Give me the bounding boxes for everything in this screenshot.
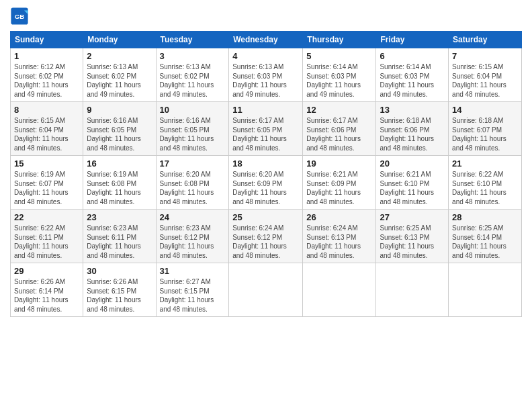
- calendar-cell: [376, 263, 449, 317]
- day-number: 19: [306, 158, 372, 169]
- svg-text:GB: GB: [15, 13, 25, 20]
- day-info: Sunrise: 6:24 AMSunset: 6:12 PMDaylight:…: [232, 224, 299, 260]
- day-info: Sunrise: 6:16 AMSunset: 6:05 PMDaylight:…: [160, 116, 226, 152]
- day-number: 15: [14, 158, 79, 169]
- col-header-thursday: Thursday: [303, 32, 376, 48]
- calendar-cell: 6Sunrise: 6:14 AMSunset: 6:03 PMDaylight…: [376, 48, 449, 102]
- calendar-cell: 25Sunrise: 6:24 AMSunset: 6:12 PMDayligh…: [229, 210, 303, 263]
- logo-icon: GB: [10, 7, 29, 26]
- col-header-sunday: Sunday: [11, 32, 83, 48]
- day-number: 27: [380, 212, 445, 222]
- day-number: 23: [87, 212, 152, 222]
- day-info: Sunrise: 6:13 AMSunset: 6:03 PMDaylight:…: [232, 62, 299, 99]
- day-number: 18: [232, 158, 299, 169]
- col-header-tuesday: Tuesday: [156, 32, 229, 48]
- day-number: 10: [160, 105, 226, 115]
- day-number: 26: [306, 212, 372, 222]
- day-info: Sunrise: 6:22 AMSunset: 6:11 PMDaylight:…: [14, 224, 79, 260]
- day-number: 29: [14, 266, 79, 276]
- day-number: 14: [452, 105, 518, 115]
- day-info: Sunrise: 6:14 AMSunset: 6:03 PMDaylight:…: [306, 62, 372, 99]
- day-info: Sunrise: 6:25 AMSunset: 6:13 PMDaylight:…: [380, 224, 445, 260]
- calendar-cell: 12Sunrise: 6:17 AMSunset: 6:06 PMDayligh…: [303, 102, 376, 156]
- calendar-cell: 22Sunrise: 6:22 AMSunset: 6:11 PMDayligh…: [11, 210, 83, 263]
- calendar-cell: 23Sunrise: 6:23 AMSunset: 6:11 PMDayligh…: [83, 210, 156, 263]
- day-info: Sunrise: 6:26 AMSunset: 6:15 PMDaylight:…: [87, 277, 152, 314]
- day-info: Sunrise: 6:15 AMSunset: 6:04 PMDaylight:…: [14, 116, 79, 152]
- day-info: Sunrise: 6:14 AMSunset: 6:03 PMDaylight:…: [380, 62, 445, 99]
- logo: GB: [10, 7, 32, 26]
- calendar-cell: 18Sunrise: 6:20 AMSunset: 6:09 PMDayligh…: [229, 156, 303, 210]
- calendar-week-1: 1Sunrise: 6:12 AMSunset: 6:02 PMDaylight…: [11, 48, 522, 102]
- day-info: Sunrise: 6:19 AMSunset: 6:08 PMDaylight:…: [87, 170, 152, 206]
- day-info: Sunrise: 6:17 AMSunset: 6:06 PMDaylight:…: [306, 116, 372, 152]
- calendar-cell: 17Sunrise: 6:20 AMSunset: 6:08 PMDayligh…: [156, 156, 229, 210]
- day-info: Sunrise: 6:23 AMSunset: 6:12 PMDaylight:…: [160, 224, 226, 260]
- day-info: Sunrise: 6:21 AMSunset: 6:10 PMDaylight:…: [380, 170, 445, 206]
- calendar-cell: 11Sunrise: 6:17 AMSunset: 6:05 PMDayligh…: [229, 102, 303, 156]
- col-header-wednesday: Wednesday: [229, 32, 303, 48]
- calendar-cell: 16Sunrise: 6:19 AMSunset: 6:08 PMDayligh…: [83, 156, 156, 210]
- day-info: Sunrise: 6:22 AMSunset: 6:10 PMDaylight:…: [452, 170, 518, 206]
- day-number: 8: [14, 105, 79, 115]
- calendar-cell: 9Sunrise: 6:16 AMSunset: 6:05 PMDaylight…: [83, 102, 156, 156]
- day-info: Sunrise: 6:24 AMSunset: 6:13 PMDaylight:…: [306, 224, 372, 260]
- calendar-cell: 31Sunrise: 6:27 AMSunset: 6:15 PMDayligh…: [156, 263, 229, 317]
- calendar-cell: 24Sunrise: 6:23 AMSunset: 6:12 PMDayligh…: [156, 210, 229, 263]
- calendar-cell: 10Sunrise: 6:16 AMSunset: 6:05 PMDayligh…: [156, 102, 229, 156]
- calendar-header-row: SundayMondayTuesdayWednesdayThursdayFrid…: [11, 32, 522, 48]
- calendar-cell: 1Sunrise: 6:12 AMSunset: 6:02 PMDaylight…: [11, 48, 83, 102]
- day-number: 20: [380, 158, 445, 169]
- day-number: 16: [87, 158, 152, 169]
- day-number: 21: [452, 158, 518, 169]
- day-number: 2: [87, 51, 152, 61]
- day-number: 30: [87, 266, 152, 276]
- calendar-week-2: 8Sunrise: 6:15 AMSunset: 6:04 PMDaylight…: [11, 102, 522, 156]
- day-info: Sunrise: 6:23 AMSunset: 6:11 PMDaylight:…: [87, 224, 152, 260]
- page: GB SundayMondayTuesdayWednesdayThursdayF…: [0, 0, 532, 411]
- day-number: 22: [14, 212, 79, 222]
- day-number: 1: [14, 51, 79, 61]
- day-number: 31: [160, 266, 226, 276]
- calendar-cell: 19Sunrise: 6:21 AMSunset: 6:09 PMDayligh…: [303, 156, 376, 210]
- day-info: Sunrise: 6:20 AMSunset: 6:09 PMDaylight:…: [232, 170, 299, 206]
- day-info: Sunrise: 6:16 AMSunset: 6:05 PMDaylight:…: [87, 116, 152, 152]
- calendar-cell: [303, 263, 376, 317]
- calendar-cell: 8Sunrise: 6:15 AMSunset: 6:04 PMDaylight…: [11, 102, 83, 156]
- day-number: 6: [380, 51, 445, 61]
- calendar-cell: 14Sunrise: 6:18 AMSunset: 6:07 PMDayligh…: [449, 102, 522, 156]
- calendar-cell: 4Sunrise: 6:13 AMSunset: 6:03 PMDaylight…: [229, 48, 303, 102]
- day-number: 5: [306, 51, 372, 61]
- col-header-saturday: Saturday: [449, 32, 522, 48]
- day-number: 13: [380, 105, 445, 115]
- calendar-cell: 26Sunrise: 6:24 AMSunset: 6:13 PMDayligh…: [303, 210, 376, 263]
- calendar-cell: 5Sunrise: 6:14 AMSunset: 6:03 PMDaylight…: [303, 48, 376, 102]
- day-info: Sunrise: 6:21 AMSunset: 6:09 PMDaylight:…: [306, 170, 372, 206]
- calendar-cell: 21Sunrise: 6:22 AMSunset: 6:10 PMDayligh…: [449, 156, 522, 210]
- calendar-cell: 7Sunrise: 6:15 AMSunset: 6:04 PMDaylight…: [449, 48, 522, 102]
- header: GB: [10, 7, 522, 26]
- day-info: Sunrise: 6:25 AMSunset: 6:14 PMDaylight:…: [452, 224, 518, 260]
- day-info: Sunrise: 6:12 AMSunset: 6:02 PMDaylight:…: [14, 62, 79, 99]
- day-info: Sunrise: 6:13 AMSunset: 6:02 PMDaylight:…: [87, 62, 152, 99]
- day-number: 4: [232, 51, 299, 61]
- calendar-cell: 15Sunrise: 6:19 AMSunset: 6:07 PMDayligh…: [11, 156, 83, 210]
- day-info: Sunrise: 6:27 AMSunset: 6:15 PMDaylight:…: [160, 277, 226, 314]
- day-number: 28: [452, 212, 518, 222]
- day-info: Sunrise: 6:15 AMSunset: 6:04 PMDaylight:…: [452, 62, 518, 99]
- calendar-cell: 27Sunrise: 6:25 AMSunset: 6:13 PMDayligh…: [376, 210, 449, 263]
- col-header-monday: Monday: [83, 32, 156, 48]
- calendar-cell: 29Sunrise: 6:26 AMSunset: 6:14 PMDayligh…: [11, 263, 83, 317]
- calendar-cell: 13Sunrise: 6:18 AMSunset: 6:06 PMDayligh…: [376, 102, 449, 156]
- day-number: 7: [452, 51, 518, 61]
- day-number: 25: [232, 212, 299, 222]
- calendar-week-4: 22Sunrise: 6:22 AMSunset: 6:11 PMDayligh…: [11, 210, 522, 263]
- calendar-week-5: 29Sunrise: 6:26 AMSunset: 6:14 PMDayligh…: [11, 263, 522, 317]
- day-info: Sunrise: 6:19 AMSunset: 6:07 PMDaylight:…: [14, 170, 79, 206]
- day-info: Sunrise: 6:18 AMSunset: 6:06 PMDaylight:…: [380, 116, 445, 152]
- day-info: Sunrise: 6:13 AMSunset: 6:02 PMDaylight:…: [160, 62, 226, 99]
- calendar-cell: 20Sunrise: 6:21 AMSunset: 6:10 PMDayligh…: [376, 156, 449, 210]
- day-number: 12: [306, 105, 372, 115]
- day-number: 17: [160, 158, 226, 169]
- day-number: 24: [160, 212, 226, 222]
